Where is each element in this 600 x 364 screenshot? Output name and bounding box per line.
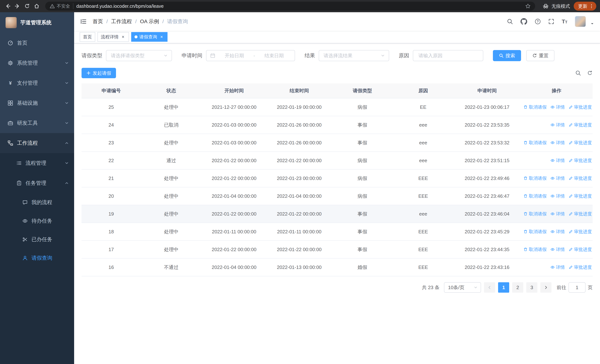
cell-leave-type: 事假 [332,223,393,241]
tab-process-detail[interactable]: 流程详情 × [97,32,129,42]
sidebar-item-task-mgmt[interactable]: 任务管理 [0,173,74,193]
cancel-action-link[interactable]: 取消请假 [523,229,547,235]
breadcrumb-item[interactable]: OA 示例 [140,18,159,25]
home-icon [34,3,40,9]
sidebar-item-home[interactable]: 首页 [0,33,74,53]
edit-icon [569,105,573,109]
reset-button[interactable]: 重置 [526,50,554,61]
address-bar[interactable]: 不安全 dashboard.yudao.iocoder.cn/bpm/oa/le… [45,2,535,10]
show-search-toggle[interactable] [575,70,581,76]
app-logo[interactable]: 芋道管理系统 [0,12,74,33]
reason-input[interactable] [414,50,482,61]
result-select[interactable]: 请选择流结果 [319,50,389,61]
table-row: 23处理中2022-01-03 00:00:002022-01-26 00:00… [82,134,593,152]
fullscreen-icon [548,19,554,24]
detail-action-link[interactable]: 详情 [550,122,565,128]
sidebar-item-devtools[interactable]: 研发工具 [0,113,74,133]
cell-start-time: 2022-01-22 00:00:00 [202,205,266,223]
chevron-down-icon [163,53,168,58]
progress-action-link[interactable]: 审批进度 [569,122,592,128]
start-date-placeholder[interactable]: 开始日期 [217,52,251,59]
sidebar-item-payment[interactable]: ¥ 支付管理 [0,73,74,93]
cancel-action-link[interactable]: 取消请假 [523,193,547,199]
next-page-button[interactable] [540,282,552,293]
update-button[interactable]: 更新 [574,2,596,10]
back-button[interactable] [3,1,13,11]
page-size-select[interactable]: 10条/页 [444,282,481,293]
sidebar-item-label: 首页 [17,39,28,47]
security-chip[interactable]: 不安全 [50,3,73,9]
detail-action-link[interactable]: 详情 [550,246,565,252]
cancel-action-link[interactable]: 取消请假 [523,175,547,181]
detail-action-link[interactable]: 详情 [550,229,565,235]
cell-apply-time: 2022-01-22 23:44:35 [454,241,521,258]
sidebar-item-system[interactable]: 系统管理 [0,53,74,73]
cell-status: 处理中 [141,187,202,205]
detail-action-link[interactable]: 详情 [550,158,565,163]
detail-action-link[interactable]: 详情 [550,140,565,146]
reload-button[interactable] [22,1,32,11]
caret-down-icon[interactable] [590,22,594,26]
detail-action-link[interactable]: 详情 [550,211,565,217]
end-date-placeholder[interactable]: 结束日期 [257,52,291,59]
user-avatar[interactable] [575,16,586,27]
detail-action-link[interactable]: 详情 [550,175,565,181]
detail-action-link[interactable]: 详情 [550,264,565,270]
search-button[interactable]: 搜索 [493,50,521,61]
plus-icon [86,71,91,75]
forward-button[interactable] [13,1,22,11]
sidebar-item-label: 研发工具 [17,120,38,127]
cancel-action-link[interactable]: 取消请假 [523,140,547,146]
create-leave-button[interactable]: 发起请假 [82,68,116,78]
progress-action-link[interactable]: 审批进度 [569,140,592,146]
browser-menu-icon[interactable] [589,3,594,9]
sidebar-item-my-processes[interactable]: 我的流程 [0,193,74,212]
sidebar-toggle[interactable] [80,18,87,25]
detail-action-link[interactable]: 详情 [550,104,565,110]
breadcrumb-item[interactable]: 工作流程 [111,18,132,25]
cancel-action-link[interactable]: 取消请假 [523,104,547,110]
cancel-action-link[interactable]: 取消请假 [523,246,547,252]
home-button[interactable] [32,1,41,11]
cancel-action-link[interactable]: 取消请假 [523,211,547,217]
progress-action-link[interactable]: 审批进度 [569,211,592,217]
progress-action-link[interactable]: 审批进度 [569,158,592,163]
page-button-3[interactable]: 3 [526,282,537,293]
detail-action-link[interactable]: 详情 [550,193,565,199]
page-button-2[interactable]: 2 [512,282,523,293]
refresh-table-button[interactable] [587,70,593,76]
progress-action-link[interactable]: 审批进度 [569,229,592,235]
prev-page-button[interactable] [484,282,495,293]
sidebar-item-workflow[interactable]: 工作流程 [0,133,74,153]
tab-home[interactable]: 首页 [80,32,95,42]
close-icon[interactable]: × [121,34,126,39]
sidebar-item-done-tasks[interactable]: 已办任务 [0,230,74,249]
progress-action-link[interactable]: 审批进度 [569,264,592,270]
breadcrumb-item[interactable]: 首页 [93,18,103,25]
font-size-button[interactable]: TT [562,18,567,25]
progress-action-link[interactable]: 审批进度 [569,193,592,199]
leave-type-select[interactable]: 请选择请假类型 [106,50,172,61]
cell-status: 处理中 [141,223,202,241]
close-icon[interactable]: × [159,34,164,39]
goto-page-input[interactable] [569,282,586,293]
fullscreen-button[interactable] [548,19,554,24]
col-apply-id: 申请编号 [82,84,141,98]
apply-time-range-picker[interactable]: 开始日期 - 结束日期 [206,50,295,61]
sidebar-item-todo-tasks[interactable]: 待办任务 [0,212,74,230]
progress-action-link[interactable]: 审批进度 [569,246,592,252]
sidebar-item-infra[interactable]: 基础设施 [0,93,74,113]
help-button[interactable]: ? [534,18,541,25]
sidebar-item-leave-query[interactable]: 请假查询 [0,249,74,267]
tab-label: 首页 [83,34,92,40]
progress-action-link[interactable]: 审批进度 [569,104,592,110]
refresh-icon [532,53,537,58]
page-button-1[interactable]: 1 [498,282,509,293]
sidebar-item-process-mgmt[interactable]: 流程管理 [0,153,74,173]
bookmark-star-icon[interactable] [525,3,531,9]
incognito-label: 无痕模式 [552,3,570,9]
header-search-button[interactable] [507,18,513,25]
tab-leave-query[interactable]: 请假查询 × [131,32,168,42]
progress-action-link[interactable]: 审批进度 [569,175,592,181]
github-link[interactable] [521,18,527,25]
